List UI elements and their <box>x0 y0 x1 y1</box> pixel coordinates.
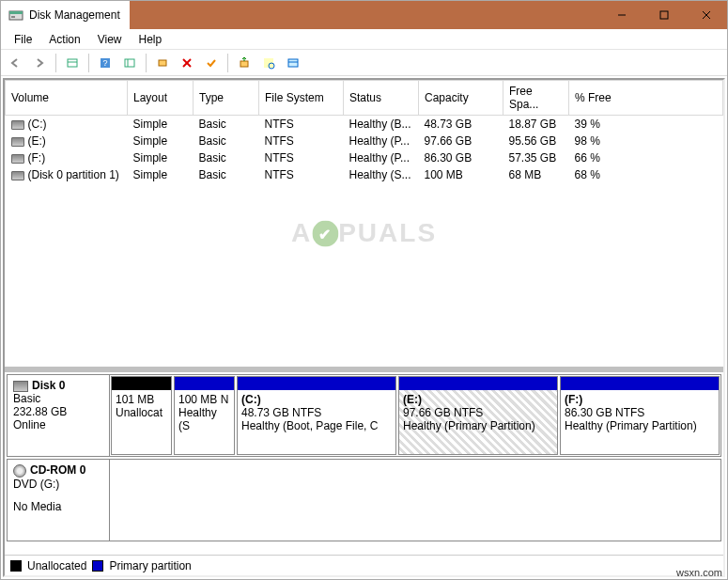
col-volume[interactable]: Volume <box>6 81 128 116</box>
volume-name: (C:) <box>28 118 47 131</box>
minimize-button[interactable] <box>600 1 643 29</box>
menu-help[interactable]: Help <box>132 31 170 48</box>
volume-capacity: 48.73 GB <box>419 116 503 133</box>
maximize-button[interactable] <box>643 1 685 29</box>
menu-action[interactable]: Action <box>41 31 87 48</box>
graphical-disk-pane[interactable]: Disk 0 Basic 232.88 GB Online 101 MB Una… <box>5 367 723 555</box>
disk-info[interactable]: Disk 0 Basic 232.88 GB Online <box>7 374 110 457</box>
volume-row[interactable]: (Disk 0 partition 1) Simple Basic NTFS H… <box>6 166 723 183</box>
volume-pct: 68 % <box>569 166 723 183</box>
partition-status: Healthy (Primary Partition) <box>565 419 715 432</box>
volume-free: 68 MB <box>503 166 569 183</box>
col-type[interactable]: Type <box>194 81 259 116</box>
volume-free: 18.87 GB <box>503 116 569 133</box>
col-status[interactable]: Status <box>344 81 419 116</box>
volume-pct: 39 % <box>569 116 723 133</box>
partition-container: 101 MB Unallocat 100 MB N Healthy (S (C:… <box>110 374 721 457</box>
volume-pct: 66 % <box>569 149 723 166</box>
tool-icon-1[interactable] <box>234 53 255 73</box>
partition-header <box>112 377 171 390</box>
disk-row: Disk 0 Basic 232.88 GB Online 101 MB Una… <box>7 374 721 457</box>
volume-name: (F:) <box>28 151 46 165</box>
volume-capacity: 86.30 GB <box>419 149 503 166</box>
partition[interactable]: (E:) 97.66 GB NTFS Healthy (Primary Part… <box>398 376 558 455</box>
volume-row[interactable]: (C:) Simple Basic NTFS Healthy (B... 48.… <box>6 116 723 133</box>
volume-list-pane[interactable]: A✔PUALS Volume Layout Type File System S… <box>5 80 723 367</box>
volume-pct: 98 % <box>569 133 723 149</box>
svg-text:?: ? <box>102 58 107 68</box>
disk-name: CD-ROM 0 <box>30 463 85 477</box>
volume-capacity: 100 MB <box>419 166 503 183</box>
refresh-button[interactable] <box>152 53 173 73</box>
disk-row: CD-ROM 0 DVD (G:) No Media <box>7 459 721 541</box>
svg-rect-16 <box>240 61 248 67</box>
partition-size: 86.30 GB NTFS <box>565 406 715 419</box>
volume-layout: Simple <box>128 133 194 149</box>
volume-row[interactable]: (F:) Simple Basic NTFS Healthy (P... 86.… <box>6 149 723 166</box>
volume-free: 57.35 GB <box>503 149 569 166</box>
close-button[interactable] <box>685 1 727 29</box>
volume-status: Healthy (B... <box>344 116 419 133</box>
partition-body: (E:) 97.66 GB NTFS Healthy (Primary Part… <box>399 390 557 454</box>
disk-management-window: Disk Management File Action View Help <box>0 0 728 580</box>
partition-header <box>561 377 719 390</box>
disk-state: Online <box>13 418 103 431</box>
menu-view[interactable]: View <box>90 31 130 48</box>
volume-table: Volume Layout Type File System Status Ca… <box>5 80 723 183</box>
col-filesystem[interactable]: File System <box>259 81 344 116</box>
volume-layout: Simple <box>128 166 194 183</box>
menu-file[interactable]: File <box>7 31 39 48</box>
partition-status: Healthy (Primary Partition) <box>403 419 553 432</box>
show-hide-console-button[interactable] <box>62 53 83 73</box>
forward-button[interactable] <box>29 53 50 73</box>
volume-icon <box>11 120 24 130</box>
legend: Unallocated Primary partition <box>5 555 723 575</box>
disk-size: 232.88 GB <box>13 405 103 418</box>
volume-free: 95.56 GB <box>503 133 569 149</box>
volume-fs: NTFS <box>259 116 344 133</box>
partition-label: (E:) <box>403 393 553 406</box>
volume-icon <box>11 137 24 147</box>
disk-name: Disk 0 <box>32 379 65 392</box>
partition[interactable]: (C:) 48.73 GB NTFS Healthy (Boot, Page F… <box>237 376 396 455</box>
partition-header <box>175 377 234 390</box>
partition[interactable]: (F:) 86.30 GB NTFS Healthy (Primary Part… <box>560 376 720 455</box>
partition[interactable]: 100 MB N Healthy (S <box>174 376 235 455</box>
check-button[interactable] <box>201 53 222 73</box>
help-button[interactable]: ? <box>95 53 116 73</box>
volume-name: (E:) <box>28 134 46 148</box>
window-title: Disk Management <box>29 8 120 22</box>
partition-status: Unallocat <box>116 406 167 419</box>
tool-icon-3[interactable] <box>283 53 303 73</box>
volume-status: Healthy (S... <box>344 166 419 183</box>
volume-layout: Simple <box>128 116 194 133</box>
volume-row[interactable]: (E:) Simple Basic NTFS Healthy (P... 97.… <box>6 133 723 149</box>
volume-fs: NTFS <box>259 166 344 183</box>
titlebar-left: Disk Management <box>1 1 130 29</box>
disk-icon <box>13 381 28 392</box>
svg-rect-11 <box>125 59 134 67</box>
partition-status: Healthy (Boot, Page File, C <box>241 419 392 432</box>
delete-button[interactable] <box>177 53 197 73</box>
properties-button[interactable] <box>119 53 140 73</box>
back-button[interactable] <box>5 53 25 73</box>
toolbar: ? <box>1 50 727 76</box>
legend-primary-swatch <box>92 560 103 572</box>
volume-type: Basic <box>194 116 259 133</box>
disk-type: DVD (G:) <box>13 478 103 491</box>
partition-status: Healthy (S <box>178 406 230 432</box>
tool-icon-2[interactable] <box>258 53 279 73</box>
legend-unallocated-label: Unallocated <box>27 559 86 572</box>
partition-header <box>399 377 557 390</box>
col-layout[interactable]: Layout <box>128 81 194 116</box>
col-capacity[interactable]: Capacity <box>419 81 503 116</box>
watermark: A✔PUALS <box>291 217 437 247</box>
disk-info[interactable]: CD-ROM 0 DVD (G:) No Media <box>7 459 110 541</box>
col-pctfree[interactable]: % Free <box>569 81 723 116</box>
volume-status: Healthy (P... <box>344 133 419 149</box>
col-freespace[interactable]: Free Spa... <box>503 81 569 116</box>
partition[interactable]: 101 MB Unallocat <box>111 376 172 455</box>
partition-label: (C:) <box>241 393 392 406</box>
svg-rect-7 <box>68 59 77 67</box>
partition-container <box>110 459 721 541</box>
